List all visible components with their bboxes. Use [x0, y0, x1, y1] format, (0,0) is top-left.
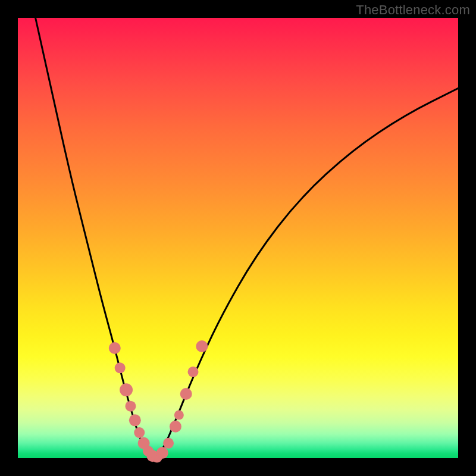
- sample-point: [109, 342, 121, 354]
- sample-point: [125, 401, 136, 412]
- sample-point: [120, 383, 133, 396]
- right-curve: [154, 88, 458, 458]
- sample-point: [174, 410, 184, 419]
- sample-point: [170, 421, 181, 433]
- sample-point: [115, 362, 126, 373]
- sample-point: [129, 414, 141, 426]
- marker-group: [109, 340, 208, 462]
- sample-point: [156, 447, 168, 459]
- left-curve: [36, 18, 155, 458]
- curves-svg: [18, 18, 458, 458]
- sample-point: [163, 438, 174, 449]
- chart-frame: TheBottleneck.com: [0, 0, 476, 476]
- watermark-text: TheBottleneck.com: [356, 2, 470, 18]
- plot-area: [18, 18, 458, 458]
- sample-point: [196, 340, 208, 352]
- sample-point: [188, 367, 199, 377]
- sample-point: [180, 388, 192, 400]
- sample-point: [134, 427, 145, 438]
